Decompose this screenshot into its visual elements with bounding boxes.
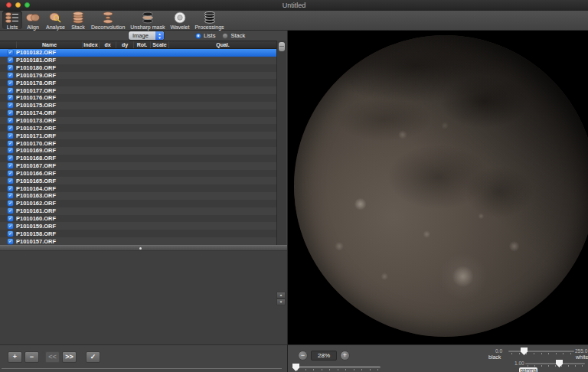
row-filename: P1010159.ORF bbox=[16, 223, 56, 230]
zoom-slider-track[interactable] bbox=[295, 366, 381, 368]
row-checkbox[interactable]: ✓ bbox=[8, 148, 13, 153]
table-row[interactable]: ✓P1010158.ORF bbox=[0, 230, 276, 237]
scrollbar-thumb[interactable] bbox=[279, 42, 285, 51]
scroll-up-icon[interactable]: ▲ bbox=[276, 292, 286, 299]
table-row[interactable]: ✓P1010157.ORF bbox=[0, 237, 276, 245]
toolbar-item-analyse[interactable]: Analyse bbox=[44, 11, 67, 29]
toolbar-item-label: Analyse bbox=[46, 24, 65, 30]
column-index[interactable]: Index bbox=[83, 41, 100, 48]
radio-lists[interactable]: Lists bbox=[195, 32, 215, 39]
toolbar-item-align[interactable]: Align bbox=[23, 11, 43, 29]
row-checkbox[interactable]: ✓ bbox=[8, 171, 13, 176]
scroll-down-icon[interactable]: ▼ bbox=[276, 299, 286, 305]
row-filename: P1010171.ORF bbox=[16, 132, 56, 139]
title-bar[interactable]: Untitled bbox=[0, 0, 588, 11]
image-canvas[interactable] bbox=[288, 31, 588, 344]
column-rot[interactable]: Rot. bbox=[134, 41, 151, 48]
horizontal-splitter[interactable] bbox=[0, 245, 287, 251]
row-checkbox[interactable]: ✓ bbox=[8, 239, 13, 244]
table-row[interactable]: ✓P1010168.ORF bbox=[0, 155, 276, 162]
table-row[interactable]: ✓P1010169.ORF bbox=[0, 147, 276, 155]
row-checkbox[interactable]: ✓ bbox=[8, 193, 13, 198]
row-checkbox[interactable]: ✓ bbox=[8, 224, 13, 229]
table-row[interactable]: ✓P1010175.ORF bbox=[0, 102, 276, 109]
gamma-slider-track[interactable] bbox=[525, 363, 585, 364]
remove-image-button[interactable]: − bbox=[24, 351, 39, 363]
radio-stack[interactable]: Stack bbox=[222, 32, 245, 39]
row-checkbox[interactable]: ✓ bbox=[8, 201, 13, 206]
row-checkbox[interactable]: ✓ bbox=[8, 231, 13, 237]
row-checkbox[interactable]: ✓ bbox=[8, 208, 13, 214]
row-checkbox[interactable]: ✓ bbox=[8, 73, 13, 78]
view-mode-radio-group: Lists Stack bbox=[195, 32, 245, 39]
zoom-in-button[interactable]: + bbox=[340, 351, 350, 361]
toolbar-item-label: Align bbox=[27, 24, 39, 30]
row-checkbox[interactable]: ✓ bbox=[8, 141, 13, 146]
row-checkbox[interactable]: ✓ bbox=[8, 50, 13, 55]
previous-item-button[interactable]: << bbox=[45, 351, 60, 363]
list-type-dropdown[interactable]: Image ▲▼ bbox=[129, 31, 164, 40]
table-row[interactable]: ✓P1010174.ORF bbox=[0, 109, 276, 117]
row-checkbox[interactable]: ✓ bbox=[8, 95, 13, 100]
table-row[interactable]: ✓P1010164.ORF bbox=[0, 184, 276, 192]
row-checkbox[interactable]: ✓ bbox=[8, 178, 13, 184]
levels-slider-track[interactable] bbox=[508, 351, 574, 352]
list-scrollbar[interactable] bbox=[276, 41, 286, 245]
table-row[interactable]: ✓P1010172.ORF bbox=[0, 124, 276, 132]
row-checkbox[interactable]: ✓ bbox=[8, 163, 13, 168]
table-row[interactable]: ✓P1010171.ORF bbox=[0, 132, 276, 139]
column-dy[interactable]: dy bbox=[116, 41, 134, 48]
table-row[interactable]: ✓P1010163.ORF bbox=[0, 192, 276, 200]
table-row[interactable]: ✓P1010179.ORF bbox=[0, 72, 276, 80]
table-row[interactable]: ✓P1010182.ORF bbox=[0, 49, 276, 57]
row-checkbox[interactable]: ✓ bbox=[8, 186, 13, 191]
row-checkbox[interactable]: ✓ bbox=[8, 65, 13, 70]
toolbar-item-processings[interactable]: Processings bbox=[192, 11, 226, 29]
row-checkbox[interactable]: ✓ bbox=[8, 216, 13, 221]
table-row[interactable]: ✓P1010160.ORF bbox=[0, 215, 276, 223]
table-row[interactable]: ✓P1010181.ORF bbox=[0, 57, 276, 64]
row-filename: P1010179.ORF bbox=[16, 72, 56, 79]
table-row[interactable]: ✓P1010173.ORF bbox=[0, 117, 276, 125]
row-checkbox[interactable]: ✓ bbox=[8, 80, 13, 86]
table-row[interactable]: ✓P1010166.ORF bbox=[0, 170, 276, 178]
next-item-button[interactable]: >> bbox=[62, 351, 77, 363]
toolbar-item-deconvolution[interactable]: Deconvolution bbox=[89, 11, 127, 29]
row-checkbox[interactable]: ✓ bbox=[8, 57, 13, 63]
row-checkbox[interactable]: ✓ bbox=[8, 155, 13, 161]
row-filename: P1010157.ORF bbox=[16, 238, 56, 245]
toolbar-item-stack[interactable]: Stack bbox=[68, 11, 88, 29]
table-row[interactable]: ✓P1010170.ORF bbox=[0, 139, 276, 147]
toolbar-item-lists[interactable]: Lists bbox=[2, 11, 22, 29]
row-checkbox[interactable]: ✓ bbox=[8, 133, 13, 139]
row-filename: P1010170.ORF bbox=[16, 140, 56, 147]
table-row[interactable]: ✓P1010176.ORF bbox=[0, 94, 276, 102]
zoom-value-field[interactable]: 28% bbox=[311, 351, 337, 361]
table-row[interactable]: ✓P1010162.ORF bbox=[0, 200, 276, 207]
table-row[interactable]: ✓P1010167.ORF bbox=[0, 162, 276, 170]
add-image-button[interactable]: + bbox=[8, 351, 22, 363]
column-name[interactable]: Name bbox=[17, 41, 83, 48]
table-row[interactable]: ✓P1010161.ORF bbox=[0, 207, 276, 215]
table-row[interactable]: ✓P1010178.ORF bbox=[0, 79, 276, 86]
column-qual[interactable]: Qual. bbox=[169, 41, 276, 48]
wavelet-icon bbox=[172, 11, 188, 24]
deconvolution-icon bbox=[100, 11, 116, 24]
column-dx[interactable]: dx bbox=[100, 41, 116, 48]
row-checkbox[interactable]: ✓ bbox=[8, 118, 13, 123]
unsharp-mask-icon bbox=[140, 11, 155, 24]
table-row[interactable]: ✓P1010180.ORF bbox=[0, 64, 276, 72]
gamma-value: 1.00 bbox=[514, 361, 524, 366]
toolbar-item-wavelet[interactable]: Wavelet bbox=[168, 11, 191, 29]
row-checkbox[interactable]: ✓ bbox=[8, 110, 13, 116]
zoom-out-button[interactable]: − bbox=[298, 351, 308, 361]
row-checkbox[interactable]: ✓ bbox=[8, 88, 13, 93]
row-checkbox[interactable]: ✓ bbox=[8, 103, 13, 108]
validate-button[interactable]: ✓ bbox=[86, 351, 100, 363]
toolbar-item-unsharp-mask[interactable]: Unsharp mask bbox=[128, 11, 167, 29]
table-row[interactable]: ✓P1010159.ORF bbox=[0, 222, 276, 230]
table-row[interactable]: ✓P1010165.ORF bbox=[0, 177, 276, 184]
row-checkbox[interactable]: ✓ bbox=[8, 126, 13, 131]
column-scale[interactable]: Scale bbox=[151, 41, 169, 48]
table-row[interactable]: ✓P1010177.ORF bbox=[0, 86, 276, 94]
